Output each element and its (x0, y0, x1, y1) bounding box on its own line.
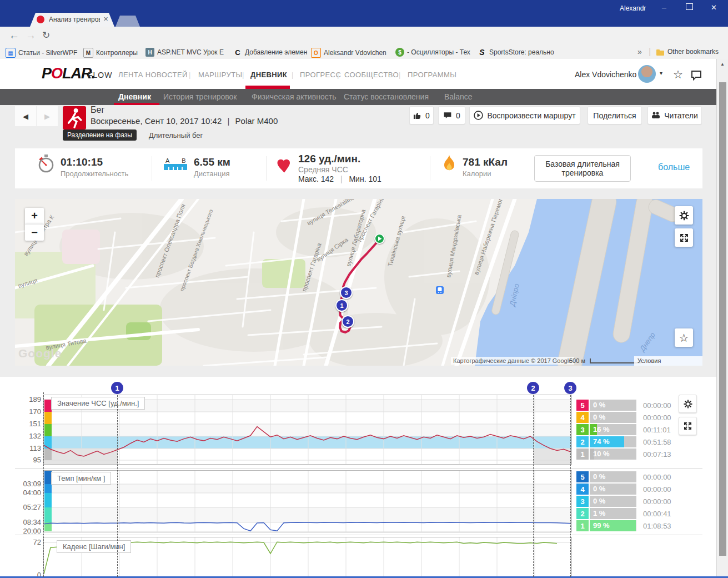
hr-chart-title: Значение ЧСС [уд./мин.] (51, 397, 145, 410)
map-marker-1[interactable]: 1 (335, 299, 348, 312)
zone-time: 00:00:00 (643, 401, 671, 410)
close-window-icon[interactable]: ✕ (711, 3, 717, 12)
map-terms-link[interactable]: Условия использования (634, 356, 702, 366)
subnav-physical-activity[interactable]: Физическая активность (252, 92, 336, 101)
hr-ytick: 132 (13, 432, 41, 440)
scrollbar-up-arrow[interactable]: ▲ (717, 59, 728, 67)
subnav-training-history[interactable]: История тренировок (163, 92, 237, 101)
nav-community[interactable]: СООБЩЕСТВО (344, 71, 399, 79)
subnav: Дневник История тренировок Физическая ак… (0, 89, 716, 105)
zone-time: 00:00:41 (643, 510, 671, 518)
bookmark-favicon: $ (395, 48, 404, 57)
bookmark-item[interactable]: MКонтроллеры (83, 48, 138, 58)
map-fullscreen-button[interactable] (675, 228, 693, 247)
map-marker-2[interactable]: 2 (342, 315, 354, 328)
subnav-diary[interactable]: Дневник (118, 92, 151, 101)
map-favorite-star-button[interactable]: ☆ (675, 328, 693, 347)
other-bookmarks[interactable]: Other bookmarks (667, 48, 719, 56)
phase-marker-1[interactable]: 1 (111, 382, 123, 394)
expand-icon (683, 421, 692, 431)
zone-number: 2 (576, 508, 589, 519)
map-settings-button[interactable] (675, 206, 693, 225)
nav-routes[interactable]: МАРШРУТЫ (198, 71, 242, 79)
nav-progress[interactable]: ПРОГРЕСС (300, 71, 341, 79)
pace-zone-row: 21 %00:00:41 (576, 508, 671, 519)
bookmark-item[interactable]: CДобавление элемен (233, 48, 307, 57)
feedback-chat-icon[interactable] (691, 70, 702, 81)
zone-time: 00:11:01 (643, 426, 671, 434)
phase-marker-2[interactable]: 2 (527, 382, 539, 394)
pace-zone-row: 40 %00:00:00 (576, 484, 671, 495)
training-target-button[interactable]: Базовая длительнаятренировка (534, 155, 631, 182)
page-scrollbar[interactable]: ▲ (716, 59, 728, 578)
browser-tab[interactable]: Анализ тренировки - Po ✕ (30, 13, 114, 27)
map-attribution: Картографические данные © 2017 Google (451, 357, 574, 365)
reload-icon[interactable]: ↻ (42, 29, 50, 41)
hr-zone-row: 110 %00:07:13 (576, 449, 671, 460)
bookmark-item[interactable]: OAleksandr Vdovichen (311, 48, 386, 58)
bookmark-item[interactable]: ▦Статьи - SilverWPF (6, 48, 77, 58)
browser-profile-name[interactable]: Alexandr (620, 4, 646, 12)
polar-logo[interactable]: POLAR. (42, 65, 95, 82)
hr-ytick: 113 (13, 444, 41, 452)
zone-bar: 16 % (590, 424, 636, 435)
avg-hr-label: Средняя ЧСС (298, 165, 348, 174)
route-start-marker[interactable] (374, 233, 385, 244)
back-icon[interactable]: ← (9, 29, 19, 42)
forward-icon[interactable]: → (26, 29, 36, 42)
duration-value: 01:10:15 (61, 156, 103, 168)
zone-bar: 1 % (590, 508, 636, 519)
replay-route-button[interactable]: Воспроизвести маршрут (469, 106, 580, 124)
pace-zone-table: 50 %00:00:00 40 %00:00:00 30 %00:00:00 2… (576, 471, 671, 532)
avatar[interactable] (638, 65, 656, 83)
prev-session-button[interactable]: ◀ (15, 106, 36, 126)
map-zoom-in-button[interactable]: + (25, 208, 44, 224)
comment-button[interactable]: 0 (438, 106, 465, 124)
next-session-button[interactable]: ▶ (37, 106, 58, 126)
more-link[interactable]: больше (658, 162, 690, 172)
maximize-icon[interactable] (686, 3, 693, 10)
gear-icon (683, 399, 693, 409)
readers-button[interactable]: Читатели (647, 106, 702, 124)
bookmark-item[interactable]: HASP.NET MVC Урок Е (145, 48, 224, 57)
favorites-star-icon[interactable]: ☆ (673, 68, 683, 81)
subnav-recovery-status[interactable]: Статус восстановления (344, 92, 429, 101)
new-tab-button[interactable] (116, 16, 140, 27)
pace-zone-row: 30 %00:00:00 (576, 496, 671, 507)
scrollbar-thumb[interactable] (719, 82, 726, 556)
minimize-icon[interactable]: – (662, 3, 666, 12)
pace-ytick: 05:27 (13, 503, 41, 511)
session-header: ◀ ▶ Бег Воскресенье, Сент 10, 2017 10:42… (0, 105, 716, 146)
map-marker-3[interactable]: 3 (340, 286, 353, 299)
hr-zone-row: 316 %00:11:01 (576, 424, 671, 435)
chart-fullscreen-button[interactable] (679, 417, 697, 435)
hr-zone-row: 40 %00:00:00 (576, 412, 671, 423)
route-map[interactable]: вулиця Телевізійна проспект Гагаріна вул… (15, 199, 702, 366)
nav-diary[interactable]: ДНЕВНИК (250, 71, 287, 79)
readers-icon (651, 112, 660, 119)
bookmarks-overflow-icon[interactable]: » (637, 47, 642, 56)
nav-programs[interactable]: ПРОГРАММЫ (408, 71, 456, 79)
user-name[interactable]: Alex Vdovichenko (575, 70, 636, 79)
tab-title: Анализ тренировки - Po (49, 16, 100, 23)
zone-number: 1 (576, 449, 589, 460)
like-button[interactable]: 0 (409, 106, 434, 124)
nav-divider: | (399, 71, 400, 79)
phase-marker-3[interactable]: 3 (564, 382, 576, 394)
pace-chart[interactable] (43, 470, 572, 532)
zone-time: 00:00:00 (643, 485, 671, 494)
close-tab-icon[interactable]: ✕ (103, 16, 108, 23)
pace-zone-row: 199 %01:08:53 (576, 520, 671, 531)
bookmark-item[interactable]: SSportsStore: реально (478, 48, 554, 57)
pace-ytick: 04:00 (13, 489, 41, 497)
chart-settings-button[interactable] (679, 395, 697, 413)
share-button[interactable]: Поделиться (588, 106, 642, 124)
transit-station-icon[interactable] (436, 286, 444, 294)
bookmark-favicon: M (83, 48, 93, 58)
chevron-down-icon[interactable]: ▾ (660, 70, 662, 76)
nav-news-feed[interactable]: ЛЕНТА НОВОСТЕЙ (118, 71, 188, 79)
cadence-chart-title: Каденс [Шаги/мин] (57, 540, 131, 553)
bookmark-item[interactable]: $- Осцилляторы - Тех (395, 48, 470, 57)
subnav-balance[interactable]: Balance (444, 92, 473, 101)
map-zoom-out-button[interactable]: − (25, 224, 44, 241)
